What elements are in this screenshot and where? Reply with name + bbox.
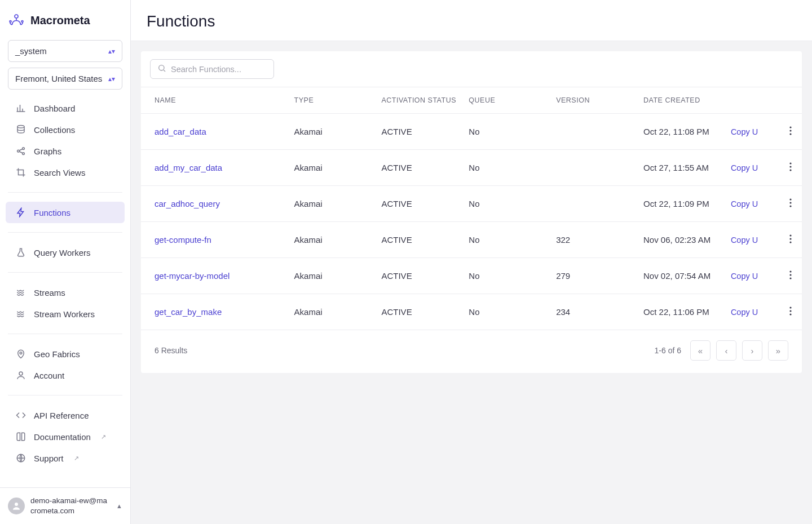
svg-point-2 <box>21 21 23 23</box>
row-menu-button[interactable] <box>778 222 802 258</box>
pager-next-button[interactable]: › <box>742 340 762 361</box>
function-name-link[interactable]: car_adhoc_query <box>155 199 220 208</box>
fabric-select[interactable]: _system ▴▾ <box>8 40 122 62</box>
th-queue[interactable]: QUEUE <box>463 87 550 114</box>
svg-point-23 <box>789 241 791 243</box>
cell-queue: No <box>463 150 550 186</box>
sidebar-item-collections[interactable]: Collections <box>6 119 125 140</box>
sidebar-item-stream-workers[interactable]: Stream Workers <box>6 303 125 325</box>
zap-icon <box>16 207 26 217</box>
pager-first-button[interactable]: « <box>690 340 710 361</box>
cell-date: Nov 06, 02:23 AM <box>638 222 725 258</box>
th-type[interactable]: TYPE <box>289 87 376 114</box>
table-row: get_car_by_makeAkamaiACTIVENo234Oct 22, … <box>141 294 802 330</box>
cell-type: Akamai <box>289 114 376 150</box>
waves-icon <box>16 309 26 319</box>
row-menu-button[interactable] <box>778 150 802 186</box>
sidebar-nav: DashboardCollectionsGraphsSearch ViewsFu… <box>0 94 130 472</box>
cell-version: 234 <box>550 294 638 330</box>
search-input[interactable] <box>171 65 267 74</box>
sidebar-item-graphs[interactable]: Graphs <box>6 140 125 162</box>
row-menu-button[interactable] <box>778 258 802 294</box>
cell-copy: Copy U <box>725 186 778 222</box>
functions-table: NAME TYPE ACTIVATION STATUS QUEUE VERSIO… <box>141 87 802 330</box>
th-version[interactable]: VERSION <box>550 87 638 114</box>
sidebar-item-label: Stream Workers <box>34 309 95 319</box>
svg-point-11 <box>159 65 164 70</box>
copy-url-button[interactable]: Copy U <box>731 236 758 245</box>
sidebar-item-documentation[interactable]: Documentation↗ <box>6 426 125 447</box>
cell-queue: No <box>463 258 550 294</box>
row-menu-button[interactable] <box>778 186 802 222</box>
function-name-link[interactable]: add_my_car_data <box>155 163 222 172</box>
cell-date: Oct 22, 11:08 PM <box>638 114 725 150</box>
cell-status: ACTIVE <box>376 114 463 150</box>
copy-url-button[interactable]: Copy U <box>731 308 758 317</box>
cell-name: add_my_car_data <box>141 150 289 186</box>
results-count: 6 Results <box>155 346 187 355</box>
sidebar-item-streams[interactable]: Streams <box>6 282 125 303</box>
th-date[interactable]: DATE CREATED <box>638 87 725 114</box>
row-menu-button[interactable] <box>778 294 802 330</box>
svg-point-18 <box>789 198 791 200</box>
row-menu-button[interactable] <box>778 114 802 150</box>
function-name-link[interactable]: get-mycar-by-model <box>155 271 230 281</box>
sidebar-item-functions[interactable]: Functions <box>6 202 125 223</box>
cell-type: Akamai <box>289 186 376 222</box>
copy-url-button[interactable]: Copy U <box>731 272 758 281</box>
user-footer[interactable]: demo-akamai-ew@macrometa.com ▲ <box>0 487 130 524</box>
sidebar-item-support[interactable]: Support↗ <box>6 447 125 469</box>
function-name-link[interactable]: get-compute-fn <box>155 235 211 245</box>
cell-copy: Copy U <box>725 258 778 294</box>
cell-status: ACTIVE <box>376 222 463 258</box>
svg-point-15 <box>789 162 791 164</box>
th-name[interactable]: NAME <box>141 87 289 114</box>
svg-point-13 <box>789 130 791 131</box>
table-row: get-mycar-by-modelAkamaiACTIVENo279Nov 0… <box>141 258 802 294</box>
cell-version <box>550 150 638 186</box>
sidebar-item-dashboard[interactable]: Dashboard <box>6 97 125 119</box>
fabric-select-value: _system <box>15 46 47 56</box>
sidebar-item-api-reference[interactable]: API Reference <box>6 405 125 426</box>
sidebar-item-account[interactable]: Account <box>6 365 125 386</box>
function-name-link[interactable]: add_car_data <box>155 127 206 136</box>
svg-point-14 <box>789 133 791 135</box>
sidebar-item-query-workers[interactable]: Query Workers <box>6 242 125 263</box>
copy-url-button[interactable]: Copy U <box>731 163 758 172</box>
pager-last-button[interactable]: » <box>768 340 788 361</box>
share-icon <box>16 146 26 156</box>
sidebar-item-geo-fabrics[interactable]: Geo Fabrics <box>6 343 125 365</box>
svg-point-28 <box>789 310 791 312</box>
function-name-link[interactable]: get_car_by_make <box>155 307 222 317</box>
svg-point-26 <box>789 277 791 279</box>
cell-status: ACTIVE <box>376 150 463 186</box>
cell-copy: Copy U <box>725 114 778 150</box>
bar-chart-icon <box>16 103 26 113</box>
copy-url-button[interactable]: Copy U <box>731 127 758 136</box>
cell-copy: Copy U <box>725 150 778 186</box>
svg-point-8 <box>19 372 23 375</box>
pin-icon <box>16 349 26 359</box>
th-status[interactable]: ACTIVATION STATUS <box>376 87 463 114</box>
svg-point-3 <box>17 126 24 128</box>
sidebar-item-label: Query Workers <box>34 248 91 257</box>
brand-name: Macrometa <box>30 14 90 27</box>
sort-caret-icon: ▴▾ <box>108 48 115 55</box>
copy-url-button[interactable]: Copy U <box>731 199 758 208</box>
search-icon <box>157 64 166 74</box>
svg-point-29 <box>789 313 791 315</box>
region-select[interactable]: Fremont, United States ▴▾ <box>8 68 122 90</box>
cell-copy: Copy U <box>725 222 778 258</box>
search-box[interactable] <box>150 59 274 79</box>
main: Functions NAME TYPE ACTIVATION STATUS <box>131 0 812 524</box>
svg-point-12 <box>789 126 791 128</box>
cell-version: 322 <box>550 222 638 258</box>
sidebar-item-label: Search Views <box>34 168 85 177</box>
context-selectors: _system ▴▾ Fremont, United States ▴▾ <box>0 40 130 94</box>
cell-date: Nov 02, 07:54 AM <box>638 258 725 294</box>
table-row: add_my_car_dataAkamaiACTIVENoOct 27, 11:… <box>141 150 802 186</box>
pager-prev-button[interactable]: ‹ <box>716 340 736 361</box>
cell-type: Akamai <box>289 150 376 186</box>
cell-queue: No <box>463 222 550 258</box>
sidebar-item-search-views[interactable]: Search Views <box>6 162 125 183</box>
